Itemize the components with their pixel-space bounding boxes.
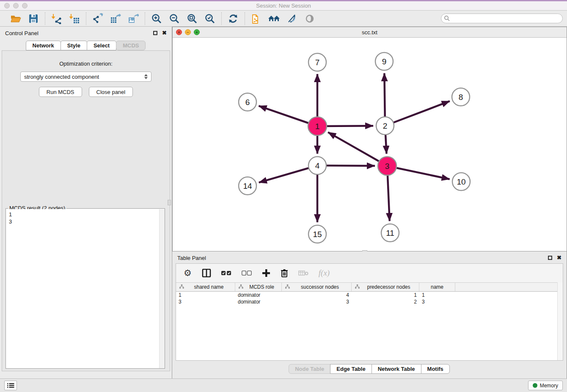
node-table: ⚙ f(x) shared nameMCDS rolesuccessor nod… [176, 263, 563, 361]
status-bar: Memory [0, 378, 567, 392]
graph-node-7[interactable]: 7 [308, 53, 326, 71]
result-scrollbar[interactable] [159, 209, 165, 368]
app-titlebar: Session: New Session [0, 0, 567, 11]
graph-node-3[interactable]: 3 [378, 157, 396, 175]
gear-icon[interactable]: ⚙ [184, 268, 192, 279]
tab-style[interactable]: Style [61, 41, 87, 50]
curved-arrows-icon[interactable] [286, 13, 298, 25]
tab-node-table[interactable]: Node Table [289, 364, 330, 374]
app-traffic-lights [4, 3, 28, 8]
zoom-fit-icon[interactable] [186, 13, 198, 25]
float-panel-icon[interactable] [153, 31, 157, 35]
table-tabs: Node TableEdge TableNetwork TableMotifs [172, 364, 567, 374]
table-panel-title: Table Panel [177, 255, 206, 261]
network-window-title: scc.txt [362, 29, 377, 36]
table-row[interactable]: 1dominator411 [176, 292, 563, 298]
svg-text:11: 11 [386, 229, 394, 237]
open-folder-icon[interactable] [9, 13, 22, 25]
close-window-icon[interactable] [4, 3, 10, 8]
minimize-window-icon[interactable] [13, 3, 19, 8]
network-document-icon[interactable] [250, 13, 263, 25]
svg-text:1: 1 [315, 122, 320, 131]
zoom-selected-icon[interactable] [204, 13, 216, 25]
run-mcds-button[interactable]: Run MCDS [39, 87, 82, 97]
tab-mcds[interactable]: MCDS [116, 41, 146, 50]
network-close-icon[interactable]: × [176, 29, 182, 35]
column-header-shared-name[interactable]: shared name [176, 283, 235, 291]
import-table-icon[interactable] [68, 13, 81, 25]
close-table-panel-icon[interactable]: ✖ [557, 256, 561, 260]
search-box [441, 14, 563, 23]
columns-icon[interactable] [202, 268, 211, 279]
tab-select[interactable]: Select [87, 41, 116, 50]
delete-column-icon[interactable] [281, 268, 288, 279]
zoom-window-icon[interactable] [22, 3, 28, 8]
select-stepper-icon [144, 74, 148, 79]
sort-tree-icon [179, 284, 184, 290]
close-panel-icon[interactable]: ✖ [162, 31, 167, 35]
table-toolbar: ⚙ f(x) [176, 264, 563, 282]
export-table-icon[interactable] [109, 13, 122, 25]
zoom-out-icon[interactable] [168, 13, 181, 25]
table-scrollbar[interactable] [557, 282, 563, 360]
eye-icon[interactable] [303, 13, 316, 25]
graph-node-6[interactable]: 6 [239, 93, 256, 111]
memory-button[interactable]: Memory [528, 381, 563, 390]
import-network-icon[interactable] [50, 13, 63, 25]
graph-node-1[interactable]: 1 [308, 117, 327, 135]
list-icon [7, 383, 14, 388]
svg-text:7: 7 [315, 58, 320, 67]
svg-text:10: 10 [457, 177, 465, 186]
tab-network[interactable]: Network [26, 41, 61, 50]
column-header-predecessor-nodes[interactable]: predecessor nodes [352, 283, 419, 291]
mcds-result-text: 1 3 [6, 209, 159, 368]
graph-node-8[interactable]: 8 [452, 88, 470, 106]
table-row[interactable]: 3dominator323 [176, 298, 563, 305]
graph-node-11[interactable]: 11 [381, 224, 399, 242]
memory-status-icon [533, 383, 537, 388]
search-icon [444, 15, 450, 22]
column-header-successor-nodes[interactable]: successor nodes [282, 283, 352, 291]
graph-edge-3-1[interactable] [328, 132, 387, 166]
sort-tree-icon [355, 284, 360, 290]
search-input[interactable] [450, 15, 561, 22]
criterion-select[interactable]: strongly connected component [20, 72, 151, 82]
graph-node-10[interactable]: 10 [452, 173, 470, 190]
tab-motifs[interactable]: Motifs [421, 364, 450, 374]
network-maximize-icon[interactable]: + [194, 29, 200, 35]
homes-icon[interactable] [268, 13, 281, 25]
deselect-all-icon[interactable] [242, 268, 252, 279]
float-table-panel-icon[interactable] [548, 256, 552, 260]
mcds-panel: Optimization criterion: strongly connect… [2, 50, 170, 371]
control-panel-tabs: NetworkStyleSelectMCDS [0, 41, 172, 50]
task-history-button[interactable] [4, 381, 17, 390]
zoom-in-icon[interactable] [150, 13, 163, 25]
graph-node-4[interactable]: 4 [308, 157, 326, 174]
add-column-icon[interactable] [262, 268, 270, 279]
column-header-MCDS-role[interactable]: MCDS role [235, 283, 282, 291]
table-body: 1dominator4113dominator323 [176, 292, 563, 305]
panel-split-grip[interactable] [168, 200, 171, 205]
memory-label: Memory [540, 383, 558, 389]
graph-node-9[interactable]: 9 [375, 52, 393, 70]
graph-edge-2-8[interactable] [385, 101, 450, 126]
network-canvas[interactable]: 7968124314101511 [173, 38, 567, 251]
refresh-icon[interactable] [227, 13, 239, 25]
mcds-result-box: MCDS result (2 nodes) 1 3 [6, 208, 165, 369]
svg-text:4: 4 [315, 161, 320, 170]
graph-node-14[interactable]: 14 [239, 177, 256, 195]
graph-node-15[interactable]: 15 [308, 225, 326, 243]
select-all-icon[interactable] [221, 268, 231, 279]
column-header-name[interactable]: name [419, 283, 455, 291]
graph-node-2[interactable]: 2 [376, 117, 394, 135]
save-icon[interactable] [27, 13, 40, 25]
tab-edge-table[interactable]: Edge Table [330, 364, 372, 374]
tab-network-table[interactable]: Network Table [372, 364, 421, 374]
table-panel: Table Panel ✖ ⚙ [172, 251, 567, 378]
table-header: shared nameMCDS rolesuccessor nodesprede… [176, 282, 563, 292]
export-network-icon[interactable] [91, 13, 104, 25]
network-minimize-icon[interactable]: − [185, 29, 191, 35]
export-image-icon[interactable] [127, 13, 140, 25]
close-panel-button[interactable]: Close panel [89, 87, 133, 97]
svg-text:8: 8 [459, 93, 463, 102]
